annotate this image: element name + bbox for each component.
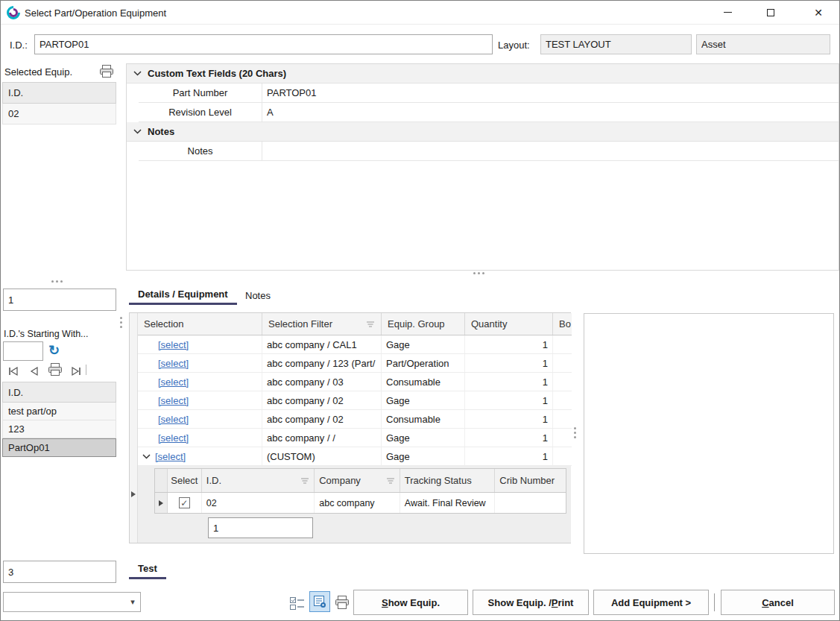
sort-icon[interactable]	[300, 477, 309, 485]
tab-test[interactable]: Test	[129, 560, 166, 579]
custom-fields-panel: Custom Text Fields (20 Chars) Part Numbe…	[126, 63, 839, 271]
select-link[interactable]: [select]	[158, 376, 189, 388]
equipment-row[interactable]: [select] abc company / 02 Gage 1	[138, 391, 572, 410]
group-cell: Gage	[382, 335, 465, 353]
qty-cell: 1	[465, 354, 553, 372]
equipment-row[interactable]: [select] abc company / 03 Consumable 1	[138, 373, 572, 391]
column-header-quantity[interactable]: Quantity	[465, 313, 553, 335]
asset-input[interactable]	[696, 34, 830, 54]
select-link[interactable]: [select]	[158, 414, 189, 425]
print-icon[interactable]	[333, 594, 351, 611]
qty-cell: 1	[465, 391, 553, 409]
app-icon	[7, 6, 20, 19]
id-list-item[interactable]: test part/op	[2, 403, 116, 420]
column-header-select[interactable]: Select	[168, 469, 202, 492]
tab-notes[interactable]: Notes	[236, 286, 280, 305]
refresh-icon[interactable]: ↻	[48, 342, 60, 359]
field-label: Part Number	[139, 83, 262, 102]
detail-qty-input[interactable]	[208, 517, 313, 538]
filter-cell: abc company / 123 (Part/	[262, 354, 382, 372]
selected-equip-row[interactable]: 02	[2, 104, 116, 124]
horizontal-grip[interactable]	[51, 280, 63, 283]
column-header-company[interactable]: Company	[315, 469, 400, 492]
print-list-icon[interactable]	[45, 362, 65, 377]
field-value[interactable]: A	[262, 103, 839, 122]
maximize-button[interactable]	[754, 1, 788, 24]
id-list-item[interactable]: 123	[2, 420, 116, 438]
select-checkbox[interactable]: ✓	[179, 497, 190, 508]
column-header-id[interactable]: I.D.	[202, 469, 315, 492]
group-cell: Gage	[382, 447, 465, 465]
equipment-row-expanded[interactable]: [select] (CUSTOM) Gage 1	[138, 447, 572, 466]
multi-select-icon[interactable]	[288, 594, 306, 612]
notes-section-header[interactable]: Notes	[127, 122, 839, 142]
field-value[interactable]: PARTOP01	[262, 83, 839, 102]
cancel-button[interactable]: Cancel	[721, 590, 835, 615]
previous-record-icon[interactable]	[25, 364, 44, 379]
equipment-row[interactable]: [select] abc company / 123 (Part/ Part/O…	[138, 354, 572, 373]
preview-panel	[584, 313, 834, 554]
starting-with-input[interactable]	[3, 341, 43, 361]
qty-cell: 1	[465, 335, 553, 353]
section-title: Notes	[148, 126, 174, 137]
detail-row[interactable]: ✓ 02 abc company Await. Final Review	[155, 493, 566, 513]
detail-zone: Select I.D. Company	[138, 466, 571, 543]
column-header-crib-number[interactable]: Crib Number	[495, 469, 566, 492]
field-row[interactable]: Revision Level A	[139, 103, 839, 122]
print-selected-icon[interactable]	[99, 65, 114, 78]
show-equip-button[interactable]: Show Equip.	[353, 590, 468, 615]
layout-input[interactable]	[540, 34, 692, 54]
record-count-bottom[interactable]	[3, 561, 116, 583]
column-header-selection[interactable]: Selection	[138, 313, 262, 335]
collapse-chevron-icon	[133, 71, 142, 76]
column-header-equip-group[interactable]: Equip. Group	[382, 313, 465, 335]
check-icon: ✓	[180, 498, 188, 508]
sidebar-splitter-grip[interactable]	[120, 317, 122, 328]
minimize-button[interactable]	[710, 1, 745, 24]
sort-icon[interactable]	[386, 477, 395, 485]
add-equipment-button[interactable]: Add Equipment >	[593, 590, 709, 615]
edit-form-icon[interactable]	[309, 591, 330, 612]
id-cell: 02	[202, 493, 315, 513]
starting-with-label: I.D.'s Starting With...	[4, 329, 89, 339]
select-link[interactable]: [select]	[158, 358, 189, 369]
column-header-selection-filter[interactable]: Selection Filter	[262, 313, 382, 335]
group-cell: Consumable	[382, 373, 465, 391]
field-label: Revision Level	[139, 103, 262, 122]
close-button[interactable]: ✕	[801, 1, 836, 24]
record-count-top[interactable]	[3, 289, 116, 311]
grid-splitter-grip[interactable]	[574, 427, 576, 438]
notes-row[interactable]: Notes	[139, 142, 839, 161]
tab-details-equipment[interactable]: Details / Equipment	[129, 286, 237, 305]
panel-splitter-grip[interactable]	[473, 272, 484, 274]
equipment-row[interactable]: [select] abc company / / Gage 1	[138, 429, 572, 447]
select-link[interactable]: [select]	[158, 395, 189, 406]
field-label: Notes	[139, 142, 262, 160]
field-value[interactable]	[262, 142, 839, 160]
custom-fields-section-header[interactable]: Custom Text Fields (20 Chars)	[127, 64, 839, 83]
last-record-icon[interactable]	[66, 364, 86, 379]
id-list-item-selected[interactable]: PartOp01	[2, 438, 116, 457]
bottom-combobox[interactable]: ▾	[3, 592, 141, 612]
select-link[interactable]: [select]	[155, 451, 186, 462]
layout-label: Layout:	[498, 40, 530, 51]
column-header-tracking-status[interactable]: Tracking Status	[400, 469, 496, 492]
group-cell: Consumable	[382, 410, 465, 428]
column-header-bo[interactable]: Bo	[553, 313, 572, 335]
filter-cell: abc company / 02	[262, 391, 382, 409]
selected-equip-grid-header: I.D.	[2, 82, 116, 104]
filter-cell: abc company / 03	[262, 373, 382, 391]
equipment-row[interactable]: [select] abc company / 02 Consumable 1	[138, 410, 572, 429]
filter-icon[interactable]	[366, 321, 375, 328]
group-cell: Gage	[382, 391, 465, 409]
first-record-icon[interactable]	[4, 364, 23, 379]
select-link[interactable]: [select]	[158, 339, 189, 350]
show-equip-print-button[interactable]: Show Equip. / Print	[473, 590, 589, 615]
equipment-row[interactable]: [select] abc company / CAL1 Gage 1	[138, 335, 572, 354]
qty-cell: 1	[465, 447, 553, 465]
expand-chevron-icon[interactable]	[142, 454, 151, 459]
window-title: Select Part/Operation Equipment	[25, 7, 166, 19]
field-row[interactable]: Part Number PARTOP01	[139, 83, 839, 103]
select-link[interactable]: [select]	[158, 432, 189, 444]
id-input[interactable]	[34, 34, 493, 54]
